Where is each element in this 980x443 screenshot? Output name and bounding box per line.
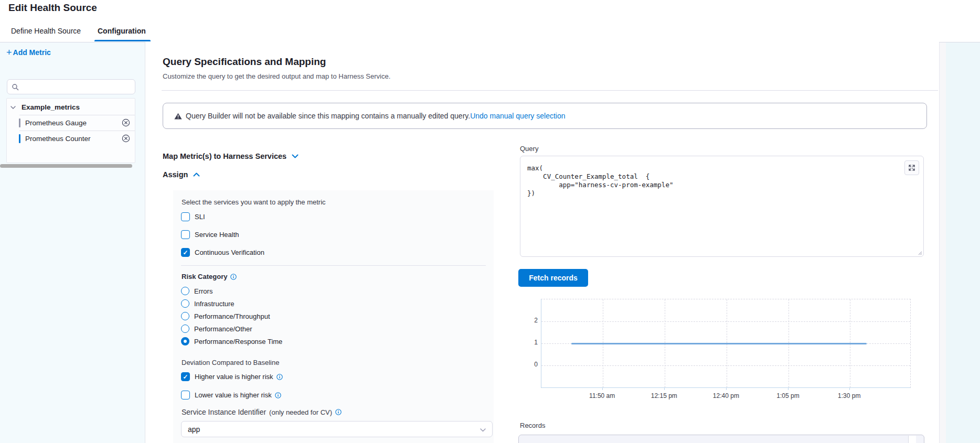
edit-health-source-drawer: Edit Health Source Define Health Source … <box>0 0 980 443</box>
info-icon[interactable] <box>335 409 342 415</box>
radio-button[interactable] <box>181 299 189 308</box>
x-tick-label: 12:40 pm <box>713 392 739 399</box>
metric-item-label: Prometheus Counter <box>25 135 91 143</box>
warning-text: Query Builder will not be available sinc… <box>186 112 470 120</box>
radio-button[interactable] <box>181 325 189 333</box>
query-label: Query <box>520 145 538 153</box>
x-tick-mark <box>602 387 603 390</box>
x-tick-mark <box>726 387 727 390</box>
resize-handle[interactable] <box>917 250 922 255</box>
remove-metric-button[interactable] <box>122 134 130 143</box>
chart-plot-area <box>541 299 911 388</box>
section-subtitle: Customize the query to get the desired o… <box>163 72 390 80</box>
info-icon[interactable] <box>230 274 237 280</box>
metric-item-prometheus-gauge[interactable]: Prometheus Gauge <box>7 115 135 131</box>
x-tick-mark <box>788 387 789 390</box>
fetch-records-button[interactable]: Fetch records <box>518 269 588 287</box>
remove-metric-button[interactable] <box>122 118 130 127</box>
warning-banner: Query Builder will not be available sinc… <box>163 103 927 129</box>
tab-bar: Define Health Source Configuration <box>0 21 980 42</box>
info-icon[interactable] <box>276 374 283 380</box>
metric-group-row[interactable]: Example_metrics <box>7 100 135 115</box>
checkbox[interactable]: ✓ <box>181 230 190 239</box>
sii-note: (only needed for CV) <box>269 408 332 416</box>
y-gridline <box>541 365 910 366</box>
divider <box>162 90 938 91</box>
undo-manual-query-link[interactable]: Undo manual query selection <box>470 112 565 120</box>
checkbox-label: SLI <box>195 213 205 221</box>
query-text[interactable]: max( CV_Counter_Example_total { app="har… <box>520 156 923 206</box>
tab-configuration[interactable]: Configuration <box>98 21 146 41</box>
x-tick-mark <box>849 387 850 390</box>
y-tick-label: 0 <box>524 361 538 368</box>
radio-button[interactable] <box>181 337 189 345</box>
radio-label: Performance/Response Time <box>194 338 282 345</box>
risk-category-header: Risk Category <box>182 273 237 280</box>
search-input[interactable] <box>22 80 134 94</box>
metric-group-label: Example_metrics <box>22 103 80 111</box>
service-instance-identifier-select[interactable]: app <box>181 421 493 437</box>
chevron-down-icon <box>480 428 486 432</box>
query-editor[interactable]: max( CV_Counter_Example_total { app="har… <box>520 156 924 257</box>
check-icon: ✓ <box>183 374 188 380</box>
x-tick-label: 11:50 am <box>589 392 615 399</box>
y-tick-label: 1 <box>524 339 538 346</box>
y-tick-label: 2 <box>524 317 538 324</box>
radio-row-errors[interactable]: Errors <box>181 287 212 295</box>
radio-row-infrastructure[interactable]: Infrastructure <box>181 299 235 308</box>
checkbox[interactable]: ✓ <box>181 248 190 257</box>
metric-item-label: Prometheus Gauge <box>25 119 87 127</box>
assign-toggle[interactable]: Assign <box>163 170 200 179</box>
chevron-down-icon <box>10 106 16 109</box>
checkbox-label: Continuous Verification <box>195 248 264 256</box>
select-services-label: Select the services you want to apply th… <box>182 198 326 206</box>
chevron-up-icon <box>193 172 200 177</box>
radio-button[interactable] <box>181 312 189 320</box>
sii-label: Service Instance Identifier <box>182 408 266 416</box>
page-title: Edit Health Source <box>8 2 97 14</box>
records-scrollbar-gutter <box>908 436 916 443</box>
checkbox[interactable]: ✓ <box>181 212 190 221</box>
metric-item-prometheus-counter[interactable]: Prometheus Counter <box>7 131 135 146</box>
select-value: app <box>188 425 200 434</box>
checkbox-row-sli[interactable]: ✓ SLI <box>181 212 205 221</box>
tab-define-health-source[interactable]: Define Health Source <box>11 21 81 41</box>
search-icon <box>12 83 19 91</box>
checkbox-label: Service Health <box>195 231 239 239</box>
checkbox-row-lower-risk[interactable]: ✓ Lower value is higher risk <box>181 391 281 399</box>
metric-accent-bar <box>19 118 20 127</box>
checkbox[interactable]: ✓ <box>181 372 190 381</box>
metrics-sidebar: + Add Metric Example_metrics Prometheus … <box>0 42 145 443</box>
radio-row-performance-response-time[interactable]: Performance/Response Time <box>181 337 282 345</box>
radio-row-performance-other[interactable]: Performance/Other <box>181 325 252 333</box>
horizontal-scrollbar[interactable] <box>0 164 132 168</box>
assign-label: Assign <box>163 170 188 179</box>
x-tick-label: 1:05 pm <box>776 392 799 399</box>
check-icon: ✓ <box>183 250 188 256</box>
plus-icon: + <box>6 48 12 57</box>
section-title: Query Specifications and Mapping <box>163 56 326 68</box>
x-tick-label: 12:15 pm <box>651 392 677 399</box>
records-box <box>518 435 924 443</box>
assign-panel: Select the services you want to apply th… <box>173 190 494 443</box>
checkbox-label: Higher value is higher risk <box>195 373 273 381</box>
radio-button[interactable] <box>181 287 189 295</box>
chevron-down-icon <box>292 154 299 158</box>
radio-label: Errors <box>194 287 212 295</box>
checkbox[interactable]: ✓ <box>181 391 190 399</box>
map-metrics-toggle[interactable]: Map Metric(s) to Harness Services <box>163 152 299 160</box>
add-metric-label: Add Metric <box>13 48 51 57</box>
records-label: Records <box>520 422 545 429</box>
info-icon[interactable] <box>275 392 281 398</box>
radio-label: Performance/Throughput <box>194 312 270 320</box>
risk-category-label: Risk Category <box>182 273 227 280</box>
metric-accent-bar <box>19 134 20 143</box>
background-panel <box>946 42 980 443</box>
radio-row-performance-throughput[interactable]: Performance/Throughput <box>181 312 270 320</box>
checkbox-row-service-health[interactable]: ✓ Service Health <box>181 230 239 239</box>
add-metric-button[interactable]: + Add Metric <box>6 48 51 57</box>
expand-query-button[interactable] <box>904 160 919 175</box>
checkbox-row-continuous-verification[interactable]: ✓ Continuous Verification <box>181 248 264 257</box>
checkbox-row-higher-risk[interactable]: ✓ Higher value is higher risk <box>181 372 283 381</box>
scroll-gutter <box>939 42 946 443</box>
